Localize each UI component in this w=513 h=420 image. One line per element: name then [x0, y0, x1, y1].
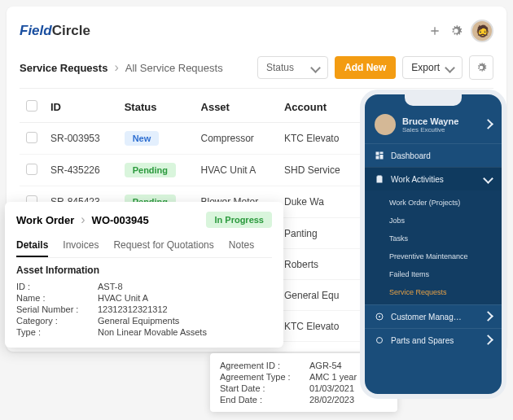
menu-dashboard[interactable]: Dashboard	[365, 143, 502, 167]
field-key: Category :	[16, 316, 98, 326]
dashboard-icon	[375, 151, 384, 160]
cell-asset: Compressor	[195, 123, 278, 155]
select-all-checkbox[interactable]	[26, 100, 37, 112]
logo: FieldCircle	[20, 23, 90, 39]
tab-notes[interactable]: Notes	[229, 234, 254, 257]
export-button[interactable]: Export	[402, 56, 463, 79]
target-icon	[375, 312, 384, 322]
menu-parts[interactable]: Parts and Spares	[365, 328, 502, 352]
breadcrumb-sep: ›	[114, 60, 118, 75]
table-settings-button[interactable]	[469, 55, 493, 80]
field-value: AGR-54	[309, 361, 342, 370]
cell-account: Panting	[278, 218, 359, 249]
menu-work-activities[interactable]: Work Activities	[365, 167, 502, 190]
work-order-card: Work Order › WO-003945 In Progress Detai…	[5, 202, 283, 348]
cell-id: SR-435226	[44, 155, 118, 186]
field-key: Type :	[16, 327, 98, 337]
parts-icon	[375, 335, 384, 345]
field-value: 28/02/2023	[309, 395, 354, 405]
field-key: Agreement Type :	[220, 372, 309, 382]
col-asset: Asset	[195, 92, 278, 123]
submenu-item[interactable]: Tasks	[389, 230, 502, 247]
cell-account: Duke Wa	[278, 186, 359, 218]
field-value: Non Linear Movable Assets	[98, 327, 207, 337]
field-key: Agreement ID :	[220, 361, 309, 370]
avatar[interactable]: 🧔	[471, 20, 493, 42]
row-checkbox[interactable]	[26, 164, 37, 175]
col-account: Account	[278, 92, 359, 123]
add-new-button[interactable]: Add New	[335, 56, 396, 79]
work-activities-submenu: Work Order (Projects)JobsTasksPreventive…	[365, 190, 502, 304]
wo-status-badge: In Progress	[206, 212, 272, 228]
field-key: Start Date :	[220, 383, 309, 393]
breadcrumb-row: Service Requests › All Service Requests …	[20, 50, 493, 89]
tab-details[interactable]: Details	[16, 234, 48, 257]
phone-notch	[405, 94, 462, 106]
status-badge: New	[125, 131, 160, 146]
field-value: 12312312321312	[98, 304, 168, 314]
wo-title: Work Order	[16, 214, 74, 226]
cell-account: SHD Service	[278, 155, 359, 186]
col-status: Status	[118, 92, 195, 123]
asset-info-title: Asset Information	[16, 265, 272, 276]
cell-asset: HVAC Unit A	[195, 155, 278, 186]
tab-invoices[interactable]: Invoices	[63, 234, 99, 257]
submenu-item[interactable]: Work Order (Projects)	[389, 194, 502, 212]
user-name: Bruce Wayne	[402, 116, 458, 126]
breadcrumb-sub: All Service Requests	[125, 62, 223, 74]
col-id: ID	[44, 92, 118, 123]
submenu-item[interactable]: Failed Items	[389, 265, 502, 283]
mobile-preview: Bruce WayneSales Excutive Dashboard Work…	[360, 90, 506, 399]
user-role: Sales Excutive	[402, 126, 458, 133]
wo-id: WO-003945	[92, 214, 149, 226]
field-value: 01/03/2021	[309, 383, 354, 393]
phone-user[interactable]: Bruce WayneSales Excutive	[365, 106, 502, 143]
gear-icon[interactable]	[449, 24, 463, 37]
menu-customer[interactable]: Customer Manag…	[365, 304, 502, 328]
submenu-item[interactable]: Service Requests	[389, 283, 502, 301]
svg-point-1	[379, 316, 380, 317]
field-key: Serial Number :	[16, 304, 98, 314]
field-key: End Date :	[220, 395, 309, 405]
breadcrumb-title: Service Requests	[20, 62, 107, 74]
submenu-item[interactable]: Preventive Maintenance	[389, 247, 502, 265]
status-badge: Pending	[125, 163, 176, 177]
cell-id: SR-003953	[44, 123, 118, 155]
cell-account: General Equ	[278, 280, 359, 311]
row-checkbox[interactable]	[26, 132, 37, 143]
field-value: HVAC Unit A	[98, 293, 148, 303]
svg-point-2	[377, 338, 383, 343]
field-value: General Equipments	[98, 316, 179, 326]
field-value: AST-8	[98, 282, 123, 291]
topbar-actions: 🧔	[428, 20, 493, 42]
status-filter[interactable]: Status	[257, 56, 328, 79]
clipboard-icon	[375, 174, 384, 184]
tab-request-for-quotations[interactable]: Request for Quotations	[113, 234, 213, 257]
submenu-item[interactable]: Jobs	[389, 212, 502, 230]
avatar	[375, 114, 396, 135]
wo-tabs: DetailsInvoicesRequest for QuotationsNot…	[16, 234, 272, 258]
cell-account: KTC Elevato	[278, 123, 359, 155]
plus-icon[interactable]	[428, 24, 441, 37]
field-value: AMC 1 year	[309, 372, 357, 382]
cell-account: Roberts	[278, 249, 359, 280]
cell-account: KTC Elevato	[278, 311, 359, 342]
field-key: ID :	[16, 282, 98, 291]
topbar: FieldCircle 🧔	[20, 16, 493, 50]
field-key: Name :	[16, 293, 98, 303]
